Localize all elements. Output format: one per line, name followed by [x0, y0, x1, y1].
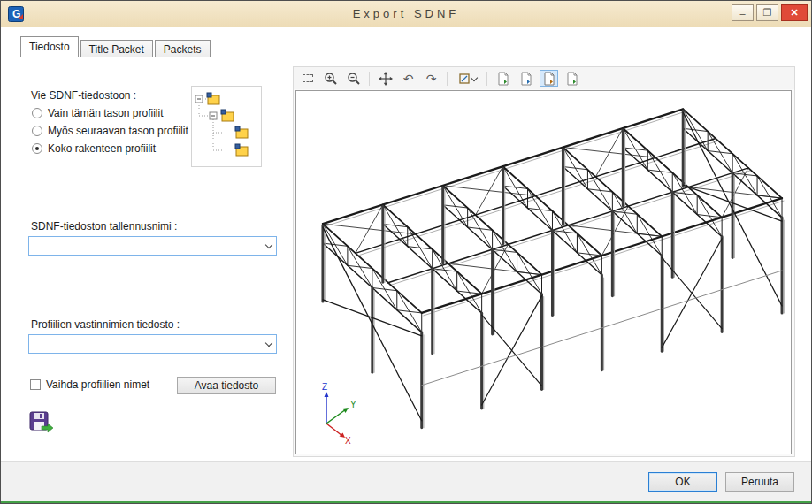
minimize-button[interactable]: – [732, 4, 754, 21]
view-toolbar: ↶ ↷ [294, 67, 794, 89]
convert-names-label: Vaihda profiilien nimet [46, 378, 149, 391]
axis-y-label: Y [350, 400, 356, 409]
axis-z-label: Z [322, 382, 327, 392]
radio-whole-structure[interactable]: Koko rakenteen profiilit [32, 142, 156, 155]
tab-packets[interactable]: Packets [155, 40, 211, 57]
filename-dropdown-button[interactable] [261, 237, 276, 255]
mapping-file-label: Profiilien vastinnimien tiedosto : [31, 318, 180, 331]
tab-tiedosto[interactable]: Tiedosto [20, 36, 79, 57]
mapping-file-input[interactable] [29, 335, 260, 353]
export-scope-label: Vie SDNF-tiedostoon : [31, 89, 136, 102]
radio-whole-structure-control[interactable] [32, 143, 42, 154]
save-view-icon[interactable] [563, 70, 581, 87]
convert-names-checkbox[interactable] [30, 379, 41, 390]
toolbar-separator [369, 72, 370, 86]
file-tab-panel: Vie SDNF-tiedostoon : Vain tämän tason p… [1, 57, 293, 461]
open-file-button[interactable]: Avaa tiedosto [177, 377, 276, 394]
model-view-panel: ↶ ↷ [293, 66, 795, 457]
filename-combobox[interactable] [28, 236, 277, 256]
mapping-dropdown-button[interactable] [261, 335, 276, 353]
separator [27, 187, 275, 187]
pan-icon[interactable] [376, 70, 395, 87]
radio-this-level[interactable]: Vain tämän tason profiilit [32, 107, 164, 119]
maximize-button[interactable]: ❐ [756, 4, 778, 21]
radio-next-level-control[interactable] [32, 126, 42, 136]
chevron-down-icon [470, 74, 477, 81]
snapshot-icon[interactable] [494, 70, 512, 87]
tab-title-packet[interactable]: Title Packet [80, 40, 153, 57]
ok-button[interactable]: OK [648, 472, 717, 492]
window-title: Export SDNF [1, 1, 811, 27]
level-tree-graphic [192, 87, 261, 166]
view-options-icon[interactable] [454, 70, 480, 87]
mapping-file-combobox[interactable] [28, 334, 277, 354]
level-tree-image [191, 86, 262, 167]
filename-label: SDNF-tiedoston tallennusnimi : [31, 220, 177, 233]
save-as-icon[interactable] [29, 411, 54, 434]
copy-view-icon[interactable] [517, 70, 535, 87]
radio-this-level-control[interactable] [32, 108, 42, 118]
model-3d-view[interactable]: Z Y X [295, 90, 792, 454]
select-area-icon[interactable] [298, 70, 317, 87]
radio-next-level[interactable]: Myös seuraavan tason profiilit [32, 125, 188, 137]
tab-strip: Tiedosto Title Packet Packets [1, 36, 811, 57]
close-button[interactable]: ✕ [781, 4, 808, 21]
toolbar-separator [447, 72, 448, 86]
zoom-in-icon[interactable] [321, 70, 340, 87]
window-bottom-edge [1, 501, 811, 503]
export-sdnf-dialog: G Export SDNF – ❐ ✕ Tiedosto Title Packe… [0, 0, 812, 504]
toolbar-separator [486, 72, 487, 86]
radio-whole-structure-label: Koko rakenteen profiilit [48, 142, 156, 155]
axis-x-label: X [345, 436, 351, 445]
filename-input[interactable] [29, 237, 260, 255]
chevron-down-icon [264, 241, 272, 248]
cancel-button[interactable]: Peruuta [725, 472, 794, 492]
zoom-out-icon[interactable] [344, 70, 363, 87]
chevron-down-icon [264, 339, 272, 346]
axes-triad-icon: Z Y X [312, 381, 374, 445]
convert-names-checkbox-row[interactable]: Vaihda profiilien nimet [30, 378, 149, 391]
titlebar[interactable]: G Export SDNF – ❐ ✕ [1, 1, 811, 27]
radio-next-level-label: Myös seuraavan tason profiilit [48, 125, 188, 137]
radio-this-level-label: Vain tämän tason profiilit [48, 107, 164, 119]
rotate-ccw-icon[interactable]: ↶ [399, 70, 417, 87]
active-render-mode-icon[interactable] [540, 70, 558, 87]
rotate-cw-icon[interactable]: ↷ [422, 70, 440, 87]
